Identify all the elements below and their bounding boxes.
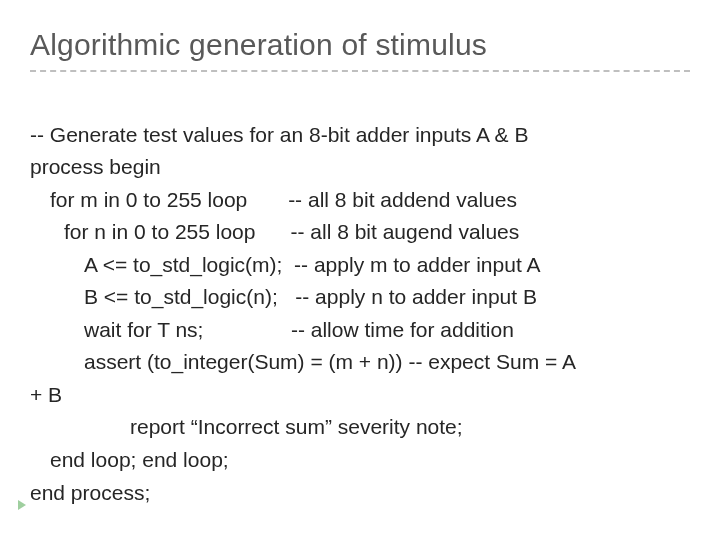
title-divider (30, 70, 690, 72)
code-line: end process; (30, 481, 150, 504)
code-line: -- Generate test values for an 8-bit add… (30, 123, 528, 146)
slide: Algorithmic generation of stimulus -- Ge… (0, 0, 720, 540)
code-line: wait for T ns; -- allow time for additio… (30, 314, 514, 347)
code-line: process begin (30, 155, 161, 178)
code-line: + B (30, 383, 62, 406)
code-line: assert (to_integer(Sum) = (m + n)) -- ex… (30, 346, 576, 379)
code-line: B <= to_std_logic(n); -- apply n to adde… (30, 281, 537, 314)
code-line: report “Incorrect sum” severity note; (30, 411, 463, 444)
code-line: for n in 0 to 255 loop -- all 8 bit auge… (30, 216, 519, 249)
code-block: -- Generate test values for an 8-bit add… (30, 86, 690, 509)
code-line: for m in 0 to 255 loop -- all 8 bit adde… (30, 184, 517, 217)
slide-title: Algorithmic generation of stimulus (30, 28, 690, 62)
code-line: end loop; end loop; (30, 444, 229, 477)
code-line: A <= to_std_logic(m); -- apply m to adde… (30, 249, 540, 282)
bullet-icon (18, 500, 26, 510)
